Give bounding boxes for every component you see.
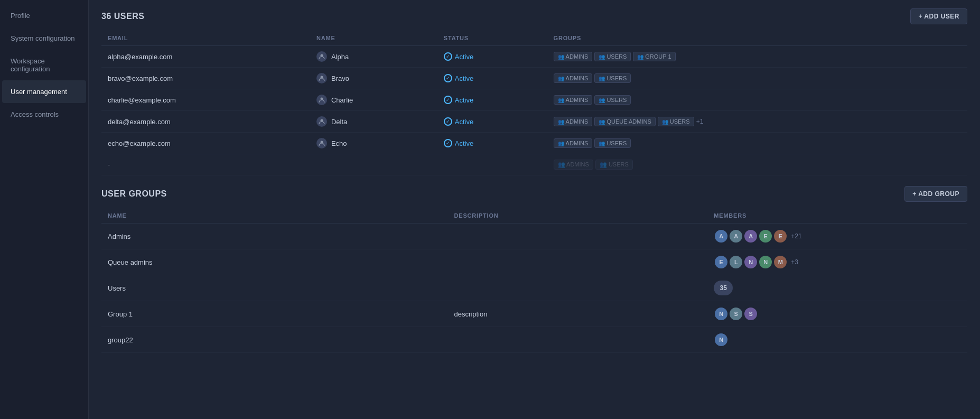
status-check-icon xyxy=(444,117,452,126)
user-groups: 👥ADMINS👥QUEUE ADMINS👥USERS+1 xyxy=(547,111,967,133)
members-count-badge: 35 xyxy=(714,281,733,295)
user-row[interactable]: bravo@example.com BravoActive👥ADMINS👥USE… xyxy=(101,68,967,89)
user-row[interactable]: alpha@example.com AlphaActive👥ADMINS👥USE… xyxy=(101,46,967,68)
user-name: Delta xyxy=(310,111,437,133)
add-group-button[interactable]: + ADD GROUP xyxy=(904,186,967,202)
user-avatar-icon xyxy=(316,116,327,127)
status-active: Active xyxy=(444,139,541,147)
member-avatar: N xyxy=(714,332,729,347)
user-status: Active xyxy=(437,111,547,133)
user-row[interactable]: echo@example.com EchoActive👥ADMINS👥USERS xyxy=(101,133,967,154)
group-icon: 👥 xyxy=(558,54,564,60)
group-members: N xyxy=(707,327,967,353)
status-check-icon xyxy=(444,52,452,61)
member-avatar: E xyxy=(773,229,788,244)
user-avatar-icon xyxy=(316,51,327,62)
group-tag: 👥ADMINS xyxy=(554,95,593,105)
user-row[interactable]: delta@example.com DeltaActive👥ADMINS👥QUE… xyxy=(101,111,967,133)
group-icon: 👥 xyxy=(662,119,668,125)
user-email: charlie@example.com xyxy=(101,89,310,111)
sidebar-item-workspace-config[interactable]: Workspace configuration xyxy=(2,50,86,80)
group-tag: 👥ADMINS xyxy=(554,73,593,83)
col-groups: GROUPS xyxy=(547,31,967,46)
group-tag-faded: 👥 ADMINS xyxy=(554,160,593,170)
member-avatar: E xyxy=(758,229,773,244)
group-name: Users xyxy=(101,275,448,301)
sidebar-item-profile[interactable]: Profile xyxy=(2,4,86,27)
group-description xyxy=(448,249,708,275)
user-email: alpha@example.com xyxy=(101,46,310,68)
user-groups: 👥ADMINS👥USERS xyxy=(547,89,967,111)
group-icon: 👥 xyxy=(599,76,605,81)
user-groups: 👥ADMINS👥USERS xyxy=(547,133,967,154)
user-avatar-icon xyxy=(316,95,327,105)
member-avatar: M xyxy=(773,255,788,269)
group-tag: 👥QUEUE ADMINS xyxy=(594,117,655,126)
user-status: Active xyxy=(437,46,547,68)
group-members: ELNNM+3 xyxy=(707,249,967,275)
user-groups-title: USER GROUPS xyxy=(101,189,167,199)
group-members: NSS xyxy=(707,301,967,327)
group-name: group22 xyxy=(101,327,448,353)
group-row[interactable]: Group 1descriptionNSS xyxy=(101,301,967,327)
col-group-members: MEMBERS xyxy=(707,208,967,224)
group-row[interactable]: Queue adminsELNNM+3 xyxy=(101,249,967,275)
status-active: Active xyxy=(444,74,541,82)
user-status: Active xyxy=(437,89,547,111)
col-status: STATUS xyxy=(437,31,547,46)
user-groups-section: USER GROUPS + ADD GROUP NAME DESCRIPTION… xyxy=(101,186,967,353)
member-avatar: N xyxy=(714,306,729,321)
group-icon: 👥 xyxy=(558,76,564,81)
sidebar: Profile System configuration Workspace c… xyxy=(0,0,89,419)
user-name: Echo xyxy=(310,133,437,154)
partial-email: - xyxy=(101,154,310,175)
group-tag: 👥USERS xyxy=(594,52,631,61)
group-row[interactable]: AdminsAAAEE+21 xyxy=(101,224,967,249)
group-tag-faded2: 👥 USERS xyxy=(595,160,633,170)
status-check-icon xyxy=(444,96,452,104)
users-section-title: 36 USERS xyxy=(101,12,144,21)
group-icon: 👥 xyxy=(637,54,643,60)
group-icon: 👥 xyxy=(599,141,605,146)
member-avatar: N xyxy=(758,255,773,269)
member-avatar: E xyxy=(714,255,729,269)
col-group-description: DESCRIPTION xyxy=(448,208,708,224)
user-row[interactable]: charlie@example.com CharlieActive👥ADMINS… xyxy=(101,89,967,111)
group-description xyxy=(448,275,708,301)
group-row[interactable]: group22N xyxy=(101,327,967,353)
user-groups-table: NAME DESCRIPTION MEMBERS AdminsAAAEE+21Q… xyxy=(101,208,967,353)
user-status: Active xyxy=(437,68,547,89)
group-name: Admins xyxy=(101,224,448,249)
member-avatar: N xyxy=(743,255,758,269)
status-check-icon xyxy=(444,139,452,147)
group-icon: 👥 xyxy=(558,97,564,103)
group-icon: 👥 xyxy=(558,141,564,146)
col-name: NAME xyxy=(310,31,437,46)
add-user-button[interactable]: + ADD USER xyxy=(910,8,967,24)
user-email: echo@example.com xyxy=(101,133,310,154)
status-active: Active xyxy=(444,96,541,104)
member-avatar: A xyxy=(714,229,729,244)
member-avatar: S xyxy=(743,306,758,321)
user-groups: 👥ADMINS👥USERS xyxy=(547,68,967,89)
sidebar-item-user-management[interactable]: User management xyxy=(2,80,86,103)
user-row-partial: -👥 ADMINS👥 USERS xyxy=(101,154,967,175)
user-email: delta@example.com xyxy=(101,111,310,133)
sidebar-item-access-controls[interactable]: Access controls xyxy=(2,103,86,126)
more-groups: +1 xyxy=(696,118,704,125)
group-tag: 👥ADMINS xyxy=(554,52,593,61)
group-tag: 👥USERS xyxy=(594,138,631,148)
group-description: description xyxy=(448,301,708,327)
group-tag: 👥USERS xyxy=(594,73,631,83)
group-description xyxy=(448,224,708,249)
user-groups: 👥ADMINS👥USERS👥GROUP 1 xyxy=(547,46,967,68)
group-icon: 👥 xyxy=(558,119,564,125)
user-avatar-icon xyxy=(316,138,327,148)
group-tag: 👥USERS xyxy=(658,117,694,126)
sidebar-item-system-config[interactable]: System configuration xyxy=(2,27,86,50)
member-avatar: L xyxy=(729,255,743,269)
group-row[interactable]: Users35 xyxy=(101,275,967,301)
group-tag: 👥ADMINS xyxy=(554,117,593,126)
col-email: EMAIL xyxy=(101,31,310,46)
status-active: Active xyxy=(444,52,541,61)
